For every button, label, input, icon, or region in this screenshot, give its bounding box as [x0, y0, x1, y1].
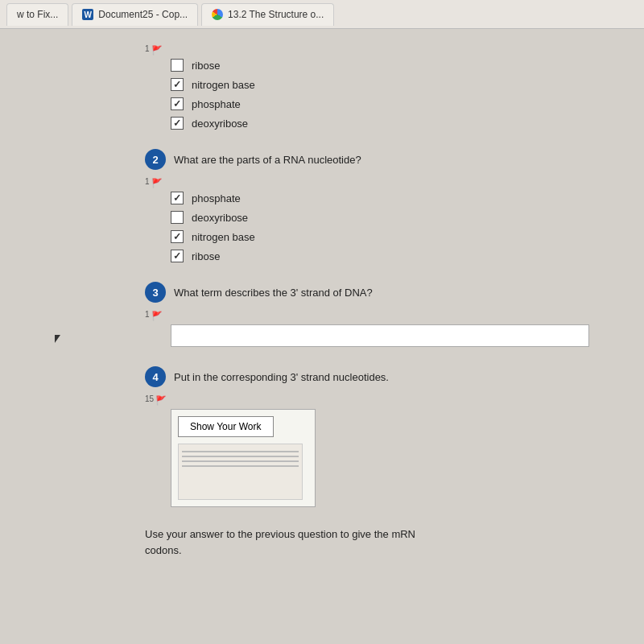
tab-1-label: w to Fix... [17, 9, 58, 20]
q1-label-2: nitrogen base [192, 79, 255, 91]
work-line-1 [182, 451, 299, 452]
q2-flag-icon: 🚩 [151, 178, 163, 188]
footer-text: Use your answer to the previous question… [145, 526, 596, 558]
show-work-label: Show Your Work [190, 421, 262, 432]
check-icon: ✓ [173, 118, 181, 129]
q2-badge: 2 [145, 149, 166, 170]
q4-flag-icon: 🚩 [155, 395, 167, 406]
q3-flag-icon: 🚩 [151, 311, 163, 321]
tab-3-label: 13.2 The Structure o... [228, 9, 324, 20]
check-icon: ✓ [173, 79, 181, 90]
q3-points: 1 [145, 311, 150, 319]
list-item: ✓ phosphate [171, 97, 596, 110]
question-2: 2 What are the parts of a RNA nucleotide… [145, 149, 596, 262]
q2-points: 1 [145, 178, 150, 186]
word-icon: W [82, 9, 93, 20]
q1-checkbox-4[interactable]: ✓ [171, 117, 184, 130]
q1-label-4: deoxyribose [192, 118, 248, 130]
q2-label-2: deoxyribose [192, 212, 248, 224]
work-line-3 [182, 460, 299, 462]
q2-points-row: 1 🚩 [145, 178, 596, 188]
q2-label-4: ribose [192, 250, 220, 262]
check-icon: ✓ [173, 98, 181, 109]
work-line-2 [182, 456, 299, 457]
q2-label-3: nitrogen base [192, 231, 255, 243]
q4-header: 4 Put in the corresponding 3' strand nuc… [145, 366, 596, 387]
q4-points: 15 [145, 395, 154, 403]
q4-text: Put in the corresponding 3' strand nucle… [174, 371, 389, 383]
q3-badge: 3 [145, 282, 166, 303]
q3-text: What term describes the 3' strand of DNA… [174, 287, 373, 299]
footer-line-1: Use your answer to the previous question… [145, 528, 415, 540]
question-3: 3 What term describes the 3' strand of D… [145, 282, 596, 347]
tab-3[interactable]: 13.2 The Structure o... [201, 3, 334, 26]
list-item: ✓ nitrogen base [171, 78, 596, 91]
list-item: ✓ deoxyribose [171, 117, 596, 130]
check-icon: ✓ [173, 192, 181, 204]
q2-header: 2 What are the parts of a RNA nucleotide… [145, 149, 596, 170]
q1-answer-list: ribose ✓ nitrogen base ✓ phosphate [171, 59, 596, 130]
q3-badge-label: 3 [152, 287, 158, 299]
list-item: ✓ phosphate [171, 192, 596, 204]
q2-checkbox-4[interactable]: ✓ [171, 250, 184, 262]
question-4: 4 Put in the corresponding 3' strand nuc… [145, 366, 596, 507]
footer-line-2: codons. [145, 544, 182, 556]
q1-checkbox-1[interactable] [171, 59, 184, 72]
work-line-4 [182, 465, 299, 467]
content-area: 1 🚩 ribose ✓ nitrogen base ✓ [0, 29, 644, 644]
q3-text-input[interactable] [171, 324, 589, 347]
question-1: 1 🚩 ribose ✓ nitrogen base ✓ [145, 45, 596, 130]
quiz-container: 1 🚩 ribose ✓ nitrogen base ✓ [145, 45, 596, 558]
q3-points-row: 1 🚩 [145, 311, 596, 321]
q2-checkbox-1[interactable]: ✓ [171, 192, 184, 204]
q1-points-row: 1 🚩 [145, 45, 596, 56]
check-icon: ✓ [173, 250, 181, 262]
tab-bar: w to Fix... W Document25 - Cop... 13.2 T… [0, 0, 644, 29]
q4-points-row: 15 🚩 [145, 395, 596, 406]
list-item: deoxyribose [171, 211, 596, 224]
q1-flag-icon: 🚩 [151, 45, 163, 56]
work-lines [182, 451, 299, 470]
q1-checkbox-2[interactable]: ✓ [171, 78, 184, 91]
q2-checkbox-3[interactable]: ✓ [171, 230, 184, 243]
q1-checkbox-3[interactable]: ✓ [171, 97, 184, 110]
check-icon: ✓ [173, 231, 181, 242]
q1-label-3: phosphate [192, 98, 241, 110]
mouse-cursor [55, 335, 60, 343]
q2-text: What are the parts of a RNA nucleotide? [174, 154, 361, 166]
q3-header: 3 What term describes the 3' strand of D… [145, 282, 596, 303]
q4-badge: 4 [145, 366, 166, 387]
list-item: ✓ ribose [171, 250, 596, 262]
tab-2-label: Document25 - Cop... [98, 9, 188, 20]
chrome-icon [212, 9, 223, 20]
q2-answer-list: ✓ phosphate deoxyribose ✓ nitrogen base [171, 192, 596, 262]
q1-label-1: ribose [192, 60, 220, 72]
q2-badge-label: 2 [152, 154, 158, 166]
list-item: ✓ nitrogen base [171, 230, 596, 243]
show-work-button[interactable]: Show Your Work [178, 416, 274, 437]
list-item: ribose [171, 59, 596, 72]
tab-2[interactable]: W Document25 - Cop... [72, 3, 198, 26]
q4-work-box: Show Your Work [171, 409, 316, 507]
work-area[interactable] [178, 444, 303, 500]
tab-1[interactable]: w to Fix... [6, 3, 68, 26]
q1-points: 1 [145, 45, 150, 53]
q2-checkbox-2[interactable] [171, 211, 184, 224]
q2-label-1: phosphate [192, 192, 241, 204]
q4-badge-label: 4 [152, 371, 158, 383]
